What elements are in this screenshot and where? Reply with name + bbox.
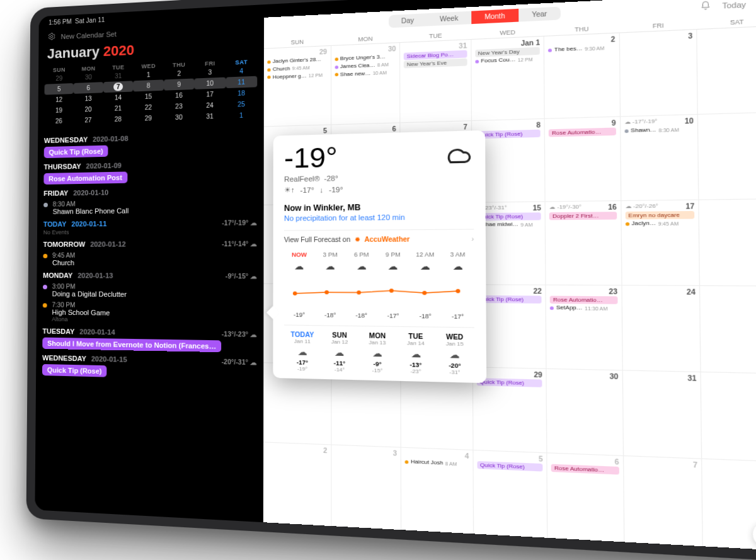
mini-day[interactable]: 17 [194,88,226,100]
calendar-cell[interactable]: 18 [699,199,756,285]
calendar-cell[interactable]: 30 [547,369,624,455]
mini-day[interactable]: 19 [44,105,74,116]
calendar-cell[interactable]: Feb 1 [701,372,756,461]
mini-day[interactable]: 2 [164,67,195,79]
mini-day[interactable]: 16 [164,89,195,101]
mini-day[interactable]: 20 [74,103,103,115]
view-tab-year[interactable]: Year [518,6,561,21]
calendar-cell[interactable]: 31Sidecar Blog Po…New Year's Eve [400,40,471,122]
forecast-day[interactable]: SUNJan 12☁-11°-14° [321,331,358,374]
mini-day[interactable]: 29 [133,112,163,124]
mini-day[interactable]: 31 [103,70,134,82]
calendar-set-label[interactable]: New Calendar Set [60,30,116,40]
calendar-cell[interactable]: 23Rose Automatio…SetApp…11:30 AM [546,285,623,370]
calendar-cell[interactable]: 29Jaclyn Ginter's 28…Church9:45 AMHoeppn… [264,46,331,126]
calendar-cell[interactable]: 2The bes…9:30 AM [544,33,621,118]
mini-day[interactable]: 13 [74,93,103,105]
calendar-cell[interactable]: ☁ -19°/-30°16Doppler 2 First… [546,201,622,285]
forecast-day[interactable]: TUEJan 14☁-13°-23° [396,333,435,375]
mini-day[interactable]: 8 [133,79,163,91]
view-tab-day[interactable]: Day [389,13,427,28]
event-bar[interactable]: Rose Automatio… [550,296,617,304]
agenda-event[interactable]: 8:30 AMShawn Blanc Phone Call [43,198,257,215]
forecast-link[interactable]: View Full Forecast on ✹ AccuWeather › [284,229,474,243]
event-bar[interactable]: Doppler 2 First… [549,212,617,220]
mini-day[interactable]: 9 [164,79,195,91]
calendar-cell[interactable]: 31 [623,370,702,458]
forecast-day[interactable]: WEDJan 15☁-20°-31° [435,333,475,375]
mini-day[interactable]: 10 [195,77,226,89]
mini-day[interactable]: 11 [226,76,257,88]
mini-day[interactable]: 1 [134,69,164,81]
event-bar[interactable]: Rose Automatio… [549,128,616,137]
calendar-cell[interactable]: 3 [620,30,699,116]
mini-day[interactable]: 30 [74,71,103,83]
agenda-day-header: FRIDAY2020-01-10 [43,186,257,197]
mini-day[interactable]: 14 [103,91,134,103]
calendar-cell[interactable]: 9Rose Automatio… [545,117,621,202]
agenda-event[interactable]: 3:00 PMDoing a Digital Declutter [43,283,257,299]
cloud-icon [443,140,474,173]
event-item[interactable]: Shawn…8:30 AM [624,125,694,135]
mini-day[interactable]: 27 [74,114,103,126]
bell-icon[interactable] [699,0,711,12]
event-bar[interactable]: Quick Tip (Rose) [477,461,543,472]
calendar-cell[interactable]: 8 [702,459,756,551]
mini-day[interactable]: 5 [44,83,74,95]
mini-day[interactable]: 25 [226,98,257,110]
mini-day[interactable]: 12 [44,94,74,106]
gear-icon[interactable] [47,32,56,43]
calendar-cell[interactable]: Jan 1New Year's DayFocus Cou…12 PM [471,37,545,120]
mini-day[interactable]: 7 [103,81,134,93]
mini-day[interactable]: 31 [194,110,226,122]
mini-day[interactable]: 28 [103,113,134,125]
agenda-event-pill[interactable]: Quick Tip (Rose) [42,364,107,377]
calendar-cell[interactable]: 11 [698,112,756,199]
calendar-cell[interactable]: 5Quick Tip (Rose) [473,450,548,538]
mini-day[interactable]: 24 [194,100,226,111]
mini-day[interactable]: 4 [226,65,257,77]
calendar-cell[interactable]: 2 [263,442,331,526]
view-tab-month[interactable]: Month [471,9,518,24]
agenda-event[interactable]: 7:30 PMHigh School GameAltona [43,301,257,325]
event-item[interactable]: SetApp…11:30 AM [550,304,617,312]
mini-day[interactable]: 3 [195,66,226,78]
agenda-event[interactable]: 9:45 AMChurch [43,251,257,266]
event-item[interactable]: Jaclyn…9:45 AM [626,220,695,228]
mini-calendar[interactable]: SUNMONTUEWEDTHUFRISAT 293031123456789101… [38,58,264,132]
event-bar[interactable]: Quick Tip (Rose) [476,378,542,387]
calendar-cell[interactable]: 30Bryce Unger's 3…James Clea…8 AMShae ne… [331,43,401,124]
mini-day[interactable]: 21 [103,103,134,115]
calendar-cell[interactable]: 7 [624,456,703,546]
calendar-cell[interactable]: 24 [622,285,701,371]
event-item[interactable]: Haircut Josh8 AM [405,458,469,468]
agenda-event-pill[interactable]: Should I Move from Evernote to Notion (F… [42,338,221,353]
mini-day[interactable]: 1 [226,110,257,122]
event-item[interactable]: Shae new…10 AM [335,69,396,79]
event-bar[interactable]: Emryn no daycare [626,211,695,219]
mini-day[interactable]: 15 [133,91,163,103]
calendar-cell[interactable]: 4 [697,26,756,113]
view-tab-week[interactable]: Week [427,11,471,26]
agenda-event-pill[interactable]: Quick Tip (Rose) [44,146,108,158]
calendar-cell[interactable]: 4Haircut Josh8 AM [401,448,474,534]
mini-day[interactable]: 29 [45,72,74,84]
mini-day[interactable]: 23 [164,100,195,112]
event-item[interactable]: Hoeppner g…12 PM [267,72,327,81]
calendar-cell[interactable]: 25 [701,286,756,374]
calendar-cell[interactable]: 3 [331,445,401,530]
mini-day[interactable]: 18 [226,87,257,99]
mini-day[interactable]: 26 [44,115,74,127]
agenda-event-pill[interactable]: Rose Automation Post [43,171,127,185]
agenda-list[interactable]: WEDNESDAY2020-01-08Quick Tip (Rose)THURS… [35,125,263,522]
mini-day[interactable]: 30 [163,111,194,123]
mini-day[interactable]: 6 [74,82,103,94]
forecast-day[interactable]: TODAYJan 11☁-17°-19° [284,331,321,372]
calendar-cell[interactable]: ☁ -17°/-19°10Shawn…8:30 AM [621,115,699,200]
forecast-day[interactable]: MONJan 13☁-9°-15° [358,332,397,374]
today-button[interactable]: Today [722,0,746,9]
mini-day[interactable]: 22 [133,101,163,113]
calendar-cell[interactable]: ☁ -20°/-26°17Emryn no daycareJaclyn…9:45… [621,200,700,285]
calendar-cell[interactable]: 6Rose Automatio… [547,454,624,542]
agenda-day-header: TOMORROW2020-01-12-11°/-14° ☁ [43,239,257,248]
